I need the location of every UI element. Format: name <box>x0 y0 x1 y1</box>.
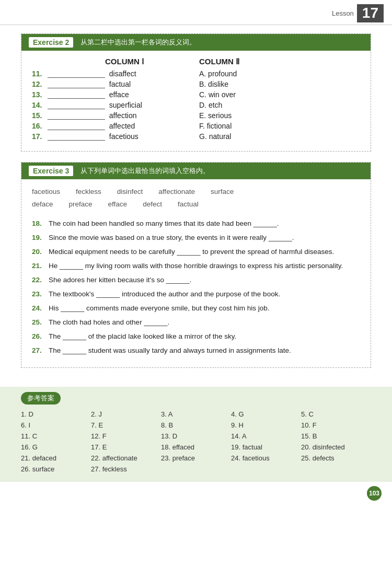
ex2-rows: 11. disaffect A. profound 12. factual B.… <box>32 70 360 141</box>
sentence-number: 19. <box>32 232 49 244</box>
col2-word: G. natural <box>199 132 231 141</box>
answer-item: 5. C <box>301 410 371 419</box>
col1-word: affection <box>105 111 199 120</box>
col-headers: COLUMN Ⅰ COLUMN Ⅱ <box>32 57 360 66</box>
main-content: Exercise 2 从第二栏中选出第一栏各词的反义词。 COLUMN Ⅰ CO… <box>0 25 392 387</box>
answer-blank[interactable] <box>48 101 105 109</box>
sentence-number: 25. <box>32 317 49 329</box>
list-item: 21. He ______ my living room walls with … <box>32 260 360 272</box>
answer-section: 1. D2. J3. A4. G5. C6. I7. E8. B9. H10. … <box>0 387 392 482</box>
answers-grid: 1. D2. J3. A4. G5. C6. I7. E8. B9. H10. … <box>21 410 371 473</box>
page-number-area: 103 <box>0 482 392 504</box>
answer-header <box>21 392 61 405</box>
answer-blank[interactable] <box>48 90 105 99</box>
list-item: 25. The cloth had holes and other ______… <box>32 317 360 329</box>
answer-item: 2. J <box>91 410 161 419</box>
answer-blank[interactable] <box>48 80 105 88</box>
sentence-number: 22. <box>32 274 49 286</box>
col2-header: COLUMN Ⅱ <box>199 57 239 66</box>
top-bar: Lesson 17 <box>0 0 392 25</box>
sentence-number: 23. <box>32 288 49 301</box>
answer-item: 9. H <box>231 421 301 430</box>
col1-header: COLUMN Ⅰ <box>105 57 199 66</box>
sentence-text: The ______ of the placid lake looked lik… <box>49 331 360 343</box>
sentence-text: He ______ my living room walls with thos… <box>49 260 360 272</box>
answer-item <box>161 465 231 473</box>
answer-blank[interactable] <box>48 132 105 141</box>
answer-item: 4. G <box>231 410 301 419</box>
list-item: 27. The ______ student was usually tardy… <box>32 345 360 357</box>
answer-item: 12. F <box>91 432 161 441</box>
row-number: 11. <box>32 70 48 78</box>
answer-item <box>301 465 371 473</box>
sentence-text: The cloth had holes and other ______. <box>49 317 360 329</box>
sentence-number: 27. <box>32 345 49 357</box>
col1-word: factual <box>105 80 199 88</box>
answer-item: 8. B <box>161 421 231 430</box>
exercise3-header: Exercise 3 从下列单词中选出最恰当的词填入空格内。 <box>21 163 371 179</box>
answer-item: 16. G <box>21 443 91 452</box>
row-number: 15. <box>32 111 48 120</box>
row-number: 17. <box>32 132 48 141</box>
answer-item: 15. B <box>301 432 371 441</box>
list-item: 23. The textbook's ______ introduced the… <box>32 288 360 301</box>
answer-blank[interactable] <box>48 122 105 130</box>
word-bank-item: deface <box>32 198 53 211</box>
col2-word: F. fictional <box>199 122 232 130</box>
answer-item: 18. effaced <box>161 443 231 452</box>
sentence-text: Medical equipment needs to be carefully … <box>49 246 360 258</box>
answer-item: 26. surface <box>21 465 91 473</box>
answer-item: 7. E <box>91 421 161 430</box>
exercise2-box: Exercise 2 从第二栏中选出第一栏各词的反义词。 COLUMN Ⅰ CO… <box>21 33 371 152</box>
answer-item: 23. preface <box>161 454 231 463</box>
col2-word: C. win over <box>199 90 236 99</box>
word-bank-item: surface <box>211 186 234 198</box>
answer-item <box>231 465 301 473</box>
list-item: 24. His ______ comments made everyone sm… <box>32 303 360 315</box>
answer-item: 22. affectionate <box>91 454 161 463</box>
sentence-text: She adores her kitten because it's so __… <box>49 274 360 286</box>
col2-word: A. profound <box>199 70 237 78</box>
word-bank-item: facetious <box>32 186 60 198</box>
sentence-number: 20. <box>32 246 49 258</box>
exercise2-table: COLUMN Ⅰ COLUMN Ⅱ 11. disaffect A. profo… <box>21 51 371 151</box>
exercise3-instruction: 从下列单词中选出最恰当的词填入空格内。 <box>80 166 210 176</box>
answer-item: 6. I <box>21 421 91 430</box>
list-item: 20. Medical equipment needs to be carefu… <box>32 246 360 258</box>
list-item: 18. The coin had been handled so many ti… <box>32 218 360 230</box>
sentence-text: His ______ comments made everyone smile,… <box>49 303 360 315</box>
col1-word: affected <box>105 122 199 130</box>
answer-item: 11. C <box>21 432 91 441</box>
answer-item: 24. facetious <box>231 454 301 463</box>
ex3-sentences: 18. The coin had been handled so many ti… <box>32 218 360 356</box>
list-item: 22. She adores her kitten because it's s… <box>32 274 360 286</box>
answer-item: 13. D <box>161 432 231 441</box>
answer-item: 20. disinfected <box>301 443 371 452</box>
answer-blank[interactable] <box>48 111 105 120</box>
sentence-number: 18. <box>32 218 49 230</box>
answer-item: 3. A <box>161 410 231 419</box>
exercise2-instruction: 从第二栏中选出第一栏各词的反义词。 <box>80 38 196 47</box>
sentence-text: Since the movie was based on a true stor… <box>49 232 360 244</box>
word-bank-item: factual <box>178 198 199 211</box>
sentence-text: The ______ student was usually tardy and… <box>49 345 360 357</box>
exercise2-title: Exercise 2 <box>29 37 73 48</box>
page-badge: 103 <box>367 486 382 501</box>
exercise2-header: Exercise 2 从第二栏中选出第一栏各词的反义词。 <box>21 34 371 51</box>
table-row: 12. factual B. dislike <box>32 80 360 88</box>
exercise3-title: Exercise 3 <box>29 166 73 176</box>
list-item: 26. The ______ of the placid lake looked… <box>32 331 360 343</box>
list-item: 19. Since the movie was based on a true … <box>32 232 360 244</box>
word-bank-item: affectionate <box>158 186 195 198</box>
col1-word: superficial <box>105 101 199 109</box>
answer-item: 21. defaced <box>21 454 91 463</box>
exercise3-box: Exercise 3 从下列单词中选出最恰当的词填入空格内。 facetious… <box>21 162 371 368</box>
exercise3-inner: facetiousfecklessdisinfectaffectionatesu… <box>21 179 371 367</box>
sentence-number: 24. <box>32 303 49 315</box>
answer-blank[interactable] <box>48 70 105 78</box>
table-row: 11. disaffect A. profound <box>32 70 360 78</box>
word-bank-item: feckless <box>76 186 101 198</box>
col1-word: efface <box>105 90 199 99</box>
answer-item: 10. F <box>301 421 371 430</box>
row-number: 12. <box>32 80 48 88</box>
